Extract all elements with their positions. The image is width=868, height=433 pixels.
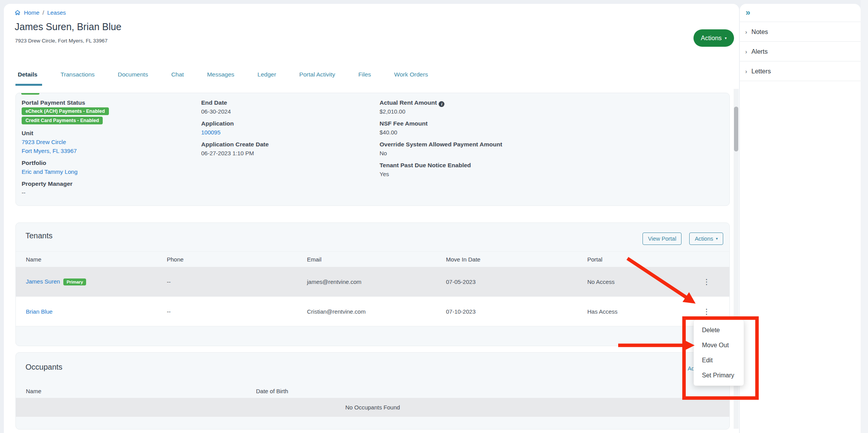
breadcrumb-separator: / [42, 9, 44, 16]
tab-transactions[interactable]: Transactions [61, 71, 95, 86]
field-label: Override System Allowed Payment Amount [380, 140, 502, 149]
chevron-right-icon: › [745, 68, 747, 75]
echeck-enabled-badge: eCheck (ACH) Payments - Enabled [22, 107, 109, 115]
chevron-right-icon: › [745, 48, 747, 55]
occupants-table: Name Date of Birth No Occupants Found [16, 384, 729, 417]
tenant-name-link[interactable]: Brian Blue [26, 308, 53, 315]
status-badge-clipped [21, 93, 39, 95]
tenant-portal-status: Has Access [587, 308, 684, 315]
field-value: Yes [380, 170, 502, 178]
window-scrollbar-strip[interactable] [861, 0, 868, 433]
field-value: $40.00 [380, 128, 502, 137]
tenant-phone: -- [167, 278, 307, 285]
view-portal-button[interactable]: View Portal [643, 233, 682, 245]
credit-card-enabled-badge: Credit Card Payments - Enabled [22, 117, 103, 124]
unit-address-link[interactable]: 7923 Drew Circle [22, 139, 66, 145]
row-kebab-menu-icon[interactable]: ⋮ [700, 277, 714, 287]
field-label: Application [201, 119, 269, 128]
field-application-create-date: Application Create Date 06-27-2023 1:10 … [201, 140, 269, 158]
tenant-portal-status: No Access [587, 278, 684, 285]
unit-city-link[interactable]: Fort Myers, FL 33967 [22, 148, 77, 154]
col-header-phone: Phone [167, 256, 307, 263]
field-value: 06-27-2023 1:10 PM [201, 149, 269, 158]
field-label: Application Create Date [201, 140, 269, 149]
main-scrollbar-thumb[interactable] [734, 107, 738, 151]
page-title: James Suren, Brian Blue [15, 21, 122, 32]
tenant-name-link[interactable]: James Suren [26, 278, 60, 285]
field-property-manager: Property Manager -- [22, 179, 109, 197]
annotation-highlight-box [682, 316, 759, 400]
breadcrumb-home-link[interactable]: Home [24, 9, 39, 16]
table-row: Brian Blue -- Cristian@rentvine.com 07-1… [16, 297, 729, 326]
tenants-actions-button[interactable]: Actions ▾ [689, 233, 723, 245]
occupants-title: Occupants [25, 363, 63, 372]
details-column-1: Portal Payment Status eCheck (ACH) Payme… [22, 98, 109, 200]
tenants-table-header: Name Phone Email Move In Date Portal [16, 251, 729, 267]
field-override-payment: Override System Allowed Payment Amount N… [380, 140, 502, 158]
field-label: Tenant Past Due Notice Enabled [380, 161, 502, 170]
tenant-move-in: 07-10-2023 [446, 308, 587, 315]
field-application: Application 100095 [201, 119, 269, 137]
sidebar-item-label: Notes [751, 28, 768, 36]
field-end-date: End Date 06-30-2024 [201, 98, 269, 116]
chevron-down-icon: ▾ [725, 36, 727, 40]
sidebar-item-label: Letters [751, 68, 771, 75]
tab-bar: Details Transactions Documents Chat Mess… [18, 71, 428, 86]
occupants-table-header: Name Date of Birth [16, 384, 729, 398]
lease-details-panel: Portal Payment Status eCheck (ACH) Payme… [15, 93, 730, 206]
sidebar-item-letters[interactable]: › Letters [740, 61, 861, 81]
tenants-buttons: View Portal Actions ▾ [643, 233, 723, 245]
application-link[interactable]: 100095 [201, 129, 220, 136]
no-occupants-text: No Occupants Found [345, 404, 400, 411]
portfolio-link[interactable]: Eric and Tammy Long [22, 168, 78, 175]
tab-documents[interactable]: Documents [118, 71, 148, 86]
tab-work-orders[interactable]: Work Orders [394, 71, 428, 86]
page-subtitle: 7923 Drew Circle, Fort Myers, FL 33967 [15, 38, 108, 44]
field-value: 06-30-2024 [201, 107, 269, 116]
tenant-email: Cristian@rentvine.com [307, 308, 446, 315]
tenants-title: Tenants [25, 231, 53, 240]
table-row: James SurenPrimary -- james@rentvine.com… [16, 267, 729, 297]
tab-chat[interactable]: Chat [171, 71, 184, 86]
sidebar-item-label: Alerts [751, 48, 768, 55]
home-icon[interactable] [14, 9, 21, 16]
primary-badge: Primary [63, 278, 86, 285]
tab-portal-activity[interactable]: Portal Activity [299, 71, 335, 86]
breadcrumb: Home / Leases [14, 9, 66, 16]
field-label: NSF Fee Amount [380, 119, 502, 128]
sidebar-item-notes[interactable]: › Notes [740, 22, 861, 42]
view-portal-label: View Portal [648, 236, 676, 242]
tab-ledger[interactable]: Ledger [258, 71, 276, 86]
tab-details[interactable]: Details [18, 71, 37, 86]
field-value: -- [22, 188, 109, 197]
actions-button-label: Actions [701, 34, 722, 42]
field-nsf-fee: NSF Fee Amount $40.00 [380, 119, 502, 137]
actions-button[interactable]: Actions ▾ [693, 29, 734, 47]
details-column-3: Actual Rent Amounti $2,010.00 NSF Fee Am… [380, 98, 502, 182]
chevron-right-icon: › [745, 29, 747, 35]
occupants-panel: Occupants Add Occupant Name Date of Birt… [15, 352, 730, 430]
tenant-move-in: 07-05-2023 [446, 278, 587, 285]
breadcrumb-leases-link[interactable]: Leases [47, 9, 66, 16]
expand-sidebar-icon[interactable]: » [746, 8, 750, 17]
tab-files[interactable]: Files [358, 71, 371, 86]
info-icon[interactable]: i [439, 101, 444, 107]
row-kebab-menu-icon[interactable]: ⋮ [700, 306, 714, 317]
lease-details-page: Home / Leases James Suren, Brian Blue 79… [0, 0, 868, 433]
field-portal-payment-status: Portal Payment Status eCheck (ACH) Payme… [22, 98, 109, 126]
chevron-down-icon: ▾ [716, 237, 718, 241]
field-label: Portfolio [22, 158, 109, 167]
field-label: Unit [22, 129, 109, 138]
tenant-email: james@rentvine.com [307, 278, 446, 285]
col-header-email: Email [307, 256, 446, 263]
field-label: Property Manager [22, 179, 109, 188]
sidebar-header: » [740, 4, 861, 22]
col-header-dob: Date of Birth [256, 388, 729, 394]
tenants-table: Name Phone Email Move In Date Portal Jam… [16, 251, 729, 326]
main-content-card: Home / Leases James Suren, Brian Blue 79… [4, 4, 739, 433]
sidebar-item-alerts[interactable]: › Alerts [740, 42, 861, 61]
field-unit: Unit 7923 Drew Circle Fort Myers, FL 339… [22, 129, 109, 155]
field-label: End Date [201, 98, 269, 107]
tab-messages[interactable]: Messages [207, 71, 234, 86]
col-header-portal: Portal [587, 256, 684, 263]
